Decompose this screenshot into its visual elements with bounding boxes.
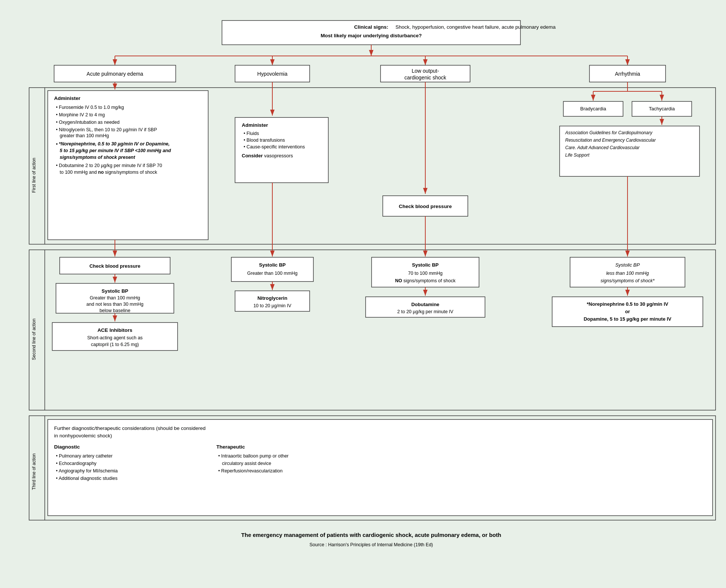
systolic-bp-col1-text3: below baseline: [100, 308, 131, 313]
third-line-label: Third line of action: [31, 453, 37, 490]
systolic-bp-col1-text2: and not less than 30 mmHg: [87, 302, 144, 307]
diagnostic-title: Diagnostic: [54, 444, 80, 450]
col4-header: Arrhythmia: [615, 71, 640, 77]
admin-item-2: • Morphine IV 2 to 4 mg: [56, 112, 105, 117]
nitro-title: Nitroglycerin: [257, 295, 287, 301]
diag-item-4: • Additional diagnostic studies: [56, 476, 118, 481]
ace-title: ACE Inhibitors: [97, 327, 132, 333]
admin2-item-2: • Blood transfusions: [244, 138, 285, 143]
nitro-text: 10 to 20 µg/min IV: [253, 303, 291, 308]
admin-item-5a: • *Norepinephrine, 0.5 to 30 µg/min IV o…: [56, 141, 170, 147]
diag-item-2: • Echocardiography: [56, 461, 97, 466]
norepi-text1: *Norepinephrine 0.5 to 30 µg/min IV: [587, 301, 669, 307]
admin2-item-3: • Cause-specific interventions: [244, 144, 305, 150]
first-line-label: First line of action: [31, 158, 37, 193]
dobutamine-title: Dobutamine: [411, 302, 439, 307]
diag-item-3: • Angiography for MI/ischemia: [56, 468, 118, 474]
admin-item-5c: signs/symptoms of shock present: [60, 155, 135, 160]
ther-item-1b: circulatory assist device: [222, 461, 271, 466]
systolic-bp-col4-text1: less than 100 mmHg: [606, 271, 649, 276]
admin-item-6a: • Dobutamine 2 to 20 µg/kg per minute IV…: [56, 163, 162, 168]
question-text: Most likely major underlying disturbance…: [321, 33, 422, 38]
norepi-text2: or: [625, 309, 630, 314]
ther-item-2: • Reperfusion/revascularization: [218, 468, 283, 474]
flowchart-svg: Clinical signs: Shock, hypoperfusion, co…: [22, 15, 720, 567]
systolic-bp-col1-title: Systolic BP: [101, 288, 128, 294]
systolic-bp-col2-text: Greater than 100 mmHg: [247, 271, 298, 276]
systolic-bp-col2-title: Systolic BP: [259, 262, 286, 268]
further-text2: in nonhypovolemic shock): [54, 433, 112, 438]
admin2-item-1: • Fluids: [244, 131, 259, 136]
tachycardia-box: Tachycardia: [649, 106, 675, 111]
guidelines-text-4: Life Support: [565, 152, 589, 158]
admin-item-1: • Furosemide IV 0.5 to 1.0 mg/kg: [56, 105, 124, 110]
bradycardia-box: Bradycardia: [580, 106, 606, 111]
col2-header: Hypovolemia: [257, 71, 288, 77]
footer-source: Source : Harrison's Principles of Intern…: [309, 542, 433, 547]
ther-item-1a: • Intraaortic balloon pump or other: [218, 453, 289, 459]
ace-text2: captopril (1 to 6.25 mg): [91, 342, 139, 347]
svg-rect-38: [231, 257, 313, 282]
admin-item-5b: 5 to 15 µg/kg per minute IV if SBP <100 …: [60, 148, 171, 153]
dobutamine-text: 2 to 20 µg/kg per minute IV: [397, 309, 454, 314]
administer-title-2: Administer: [242, 122, 268, 128]
systolic-bp-col3-title: Systolic BP: [412, 262, 439, 268]
systolic-bp-col4-text2: signs/symptoms of shock*: [601, 278, 655, 283]
footer-title: The emergency management of patients wit…: [241, 532, 501, 538]
check-bp-second: Check blood pressure: [90, 263, 141, 269]
col3-header2: cardiogenic shock: [404, 75, 447, 81]
main-container: Clinical signs: Shock, hypoperfusion, co…: [7, 7, 719, 574]
col1-header: Acute pulmonary edema: [87, 71, 143, 77]
check-bp-first: Check blood pressure: [399, 204, 452, 209]
therapeutic-title: Therapeutic: [216, 444, 245, 450]
systolic-bp-col3-text1: 70 to 100 mmHg: [408, 271, 442, 276]
systolic-bp-col4-title: Systolic BP: [615, 262, 640, 268]
clinical-signs-text: Shock, hypoperfusion, congestive heart f…: [395, 24, 556, 30]
clinical-signs-label: Clinical signs:: [354, 24, 388, 30]
guidelines-text-3: Care. Adult Advanced Cardiovascular: [565, 145, 640, 150]
admin-item-4b: greater than 100 mmHg: [60, 133, 109, 138]
admin-item-3: • Oxygen/intubation as needed: [56, 120, 120, 125]
systolic-bp-col1-text1: Greater than 100 mmHg: [90, 295, 140, 301]
svg-rect-51: [48, 419, 713, 516]
systolic-bp-col3-text2: NO signs/symptoms of shock: [395, 278, 456, 283]
ace-text1: Short-acting agent such as: [87, 335, 143, 340]
admin-item-4a: • Nitroglycerin SL, then 10 to 20 µg/min…: [56, 127, 157, 132]
further-text: Further diagnostic/therapeutic considera…: [54, 425, 206, 431]
guidelines-text-2: Resuscitation and Emergency Cardiovascul…: [565, 138, 656, 143]
consider-label: Consider vasopressors: [242, 153, 293, 158]
diag-item-1: • Pulmonary artery catheter: [56, 453, 113, 459]
norepi-text3: Dopamine, 5 to 15 µg/kg per minute IV: [583, 316, 671, 322]
second-line-label: Second line of action: [31, 318, 37, 360]
col3-header: Low output-: [411, 68, 439, 74]
admin-item-6b: to 100 mmHg and no signs/symptoms of sho…: [60, 170, 157, 175]
administer-title-1: Administer: [54, 95, 81, 101]
guidelines-text-1: Association Guidelines for Cardiopulmona…: [565, 130, 653, 135]
